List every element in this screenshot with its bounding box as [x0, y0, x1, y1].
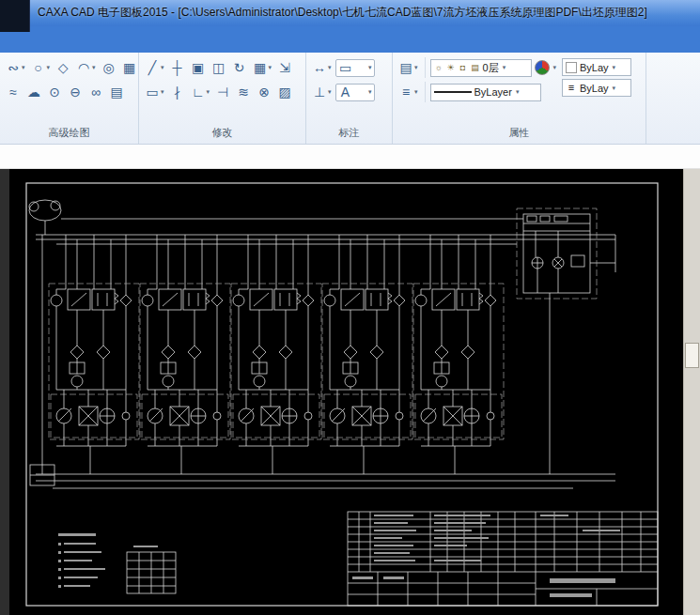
ellipse-tool-icon[interactable]: ○▾: [29, 59, 53, 77]
circuit-unit: [140, 235, 230, 474]
linear-dimension-icon-dropdown[interactable]: ▾: [328, 64, 332, 71]
ribbon-group-modify: ╱▾┼▣◫↻▦▾⇲ ▭▾∤∟▾⊣≋⊗▨ 修改: [139, 53, 306, 144]
schematic-svg: [9, 169, 683, 615]
arc-tool-icon-dropdown[interactable]: ▾: [92, 64, 96, 71]
dimension-style-combo[interactable]: ▭▾: [335, 59, 375, 77]
break-icon[interactable]: ∤: [168, 84, 187, 101]
application-window: CAXA CAD 电子图板2015 - [C:\Users\Administra…: [0, 0, 700, 615]
linetype-manager-icon[interactable]: ≡▾: [397, 84, 420, 101]
layer-select-value: 0层: [483, 61, 499, 75]
sun-icon: ☀: [446, 63, 456, 72]
ribbon-filler: [646, 53, 700, 144]
rotate-icon[interactable]: ↻: [230, 59, 249, 77]
lineweight-select-dropdown[interactable]: ▾: [613, 85, 616, 92]
image-insert-icon[interactable]: ▤: [107, 84, 126, 101]
printer-icon: ▤: [471, 63, 480, 72]
drawing-canvas[interactable]: [9, 169, 683, 615]
chamfer-icon[interactable]: ∟▾: [189, 84, 212, 101]
ribbon-group-annotation: ↔▾▭▾ ⊥▾A▾ 标注: [306, 53, 393, 144]
move-icon[interactable]: ┼: [168, 59, 187, 77]
explode-icon[interactable]: ⊗: [255, 84, 273, 101]
spline-tool-icon[interactable]: ≈: [4, 84, 23, 101]
color-picker-icon[interactable]: [535, 60, 550, 75]
chamfer-icon-dropdown[interactable]: ▾: [207, 88, 210, 96]
ribbon-group-label-advanced-draw: 高级绘图: [4, 124, 134, 144]
lineweight-select-value: ByLay: [580, 83, 609, 94]
coordinate-dimension-icon-dropdown[interactable]: ▾: [328, 88, 332, 96]
linetype-select[interactable]: ByLayer ▾: [430, 84, 541, 101]
break-icon-glyph: ∤: [170, 85, 185, 100]
trim-icon[interactable]: ⊣: [213, 84, 232, 101]
linetype-icon: ≡: [398, 85, 413, 100]
vertical-scrollbar[interactable]: [683, 169, 700, 615]
layers-icon: ▤: [398, 60, 413, 76]
offset-icon[interactable]: ≋: [234, 84, 253, 101]
linear-dimension-icon-glyph: ↔: [312, 60, 327, 76]
text-style-combo-dropdown[interactable]: ▾: [368, 88, 372, 96]
color-select-dropdown[interactable]: ▾: [613, 64, 616, 71]
color-select-value: ByLay: [580, 62, 609, 73]
array-icon[interactable]: ▦▾: [251, 59, 274, 77]
insert-table-icon[interactable]: ▦: [120, 59, 139, 77]
mirror-icon[interactable]: ◫: [210, 59, 228, 77]
linear-dimension-icon[interactable]: ↔▾: [310, 59, 334, 77]
ellipse-tool-icon-dropdown[interactable]: ▾: [47, 64, 51, 71]
polygon-tool-icon[interactable]: ◇: [54, 59, 72, 77]
lineweight-select[interactable]: ≡ ByLay ▾: [562, 79, 631, 97]
rectangle-tool-icon-dropdown[interactable]: ▾: [161, 88, 164, 96]
circuit-unit: [413, 235, 504, 474]
inspect-tool-icon-glyph: ◎: [101, 60, 117, 76]
layer-manager-dropdown[interactable]: ▾: [414, 64, 418, 71]
coordinate-dimension-icon[interactable]: ⊥▾: [310, 84, 334, 101]
sketch-pencil-icon-dropdown[interactable]: ▾: [161, 64, 164, 71]
circuit-unit: [231, 235, 321, 474]
lock-icon: ◘: [459, 63, 468, 72]
revision-cloud-icon-glyph: ☁: [26, 85, 41, 100]
text-style-combo[interactable]: A▾: [335, 84, 375, 101]
linetype-select-dropdown[interactable]: ▾: [516, 88, 520, 96]
hatch-icon-glyph: ▨: [277, 85, 292, 100]
ribbon-group-advanced-draw: ∾▾○▾◇◠▾◎▦ ≈☁⊙⊖∞▤ 高级绘图: [0, 53, 139, 144]
color-select[interactable]: ByLay ▾: [562, 58, 631, 76]
polyline-tool-icon[interactable]: ∾▾: [4, 59, 27, 77]
array-icon-dropdown[interactable]: ▾: [269, 64, 272, 71]
coordinate-dimension-icon-glyph: ⊥: [312, 85, 327, 100]
axle-tool-icon[interactable]: ⊖: [66, 84, 85, 101]
ribbon-group-label-annotation: 标注: [310, 124, 388, 144]
workspace-left-strip: [0, 169, 9, 615]
ribbon-group-label-modify: 修改: [143, 124, 302, 144]
hatch-icon[interactable]: ▨: [275, 84, 294, 101]
arc-tool-icon-glyph: ◠: [76, 60, 91, 76]
mirror-icon-glyph: ◫: [211, 60, 226, 76]
app-menu-button[interactable]: [0, 0, 30, 32]
layer-select-dropdown[interactable]: ▾: [503, 64, 506, 71]
dimension-style-combo-dropdown[interactable]: ▾: [368, 64, 372, 71]
circuit-unit: [322, 235, 412, 474]
scale-icon[interactable]: ⇲: [275, 59, 294, 77]
polyline-tool-icon-dropdown[interactable]: ▾: [22, 64, 25, 71]
rectangle-tool-icon[interactable]: ▭▾: [143, 84, 166, 101]
inspect-tool-icon[interactable]: ◎: [100, 59, 118, 77]
scale-icon-glyph: ⇲: [277, 60, 292, 76]
layer-manager-icon[interactable]: ▤▾: [397, 59, 420, 77]
linetype-manager-dropdown[interactable]: ▾: [414, 88, 418, 96]
vertical-scrollbar-thumb[interactable]: [685, 343, 699, 368]
contour-tool-icon[interactable]: ⊙: [45, 84, 64, 101]
lineweight-icon: ≡: [566, 80, 577, 96]
gear-pair-icon-glyph: ∞: [88, 85, 103, 100]
polygon-tool-icon-glyph: ◇: [55, 60, 70, 76]
arc-tool-icon[interactable]: ◠▾: [74, 59, 98, 77]
linetype-select-value: ByLayer: [474, 86, 512, 98]
gear-pair-icon[interactable]: ∞: [86, 84, 105, 101]
polyline-tool-icon-glyph: ∾: [6, 60, 21, 76]
separator: [425, 57, 426, 78]
offset-icon-glyph: ≋: [236, 85, 251, 100]
layer-select[interactable]: ☼ ☀ ◘ ▤ 0层 ▾: [430, 59, 532, 77]
sketch-pencil-icon[interactable]: ╱▾: [143, 59, 166, 77]
color-picker-dropdown[interactable]: ▾: [553, 64, 557, 71]
ribbon-subbar: [0, 145, 700, 169]
ribbon-tab-band[interactable]: [0, 26, 700, 54]
revision-cloud-icon[interactable]: ☁: [24, 84, 43, 101]
window-title: CAXA CAD 电子图板2015 - [C:\Users\Administra…: [38, 5, 647, 21]
copy-icon[interactable]: ▣: [189, 59, 208, 77]
